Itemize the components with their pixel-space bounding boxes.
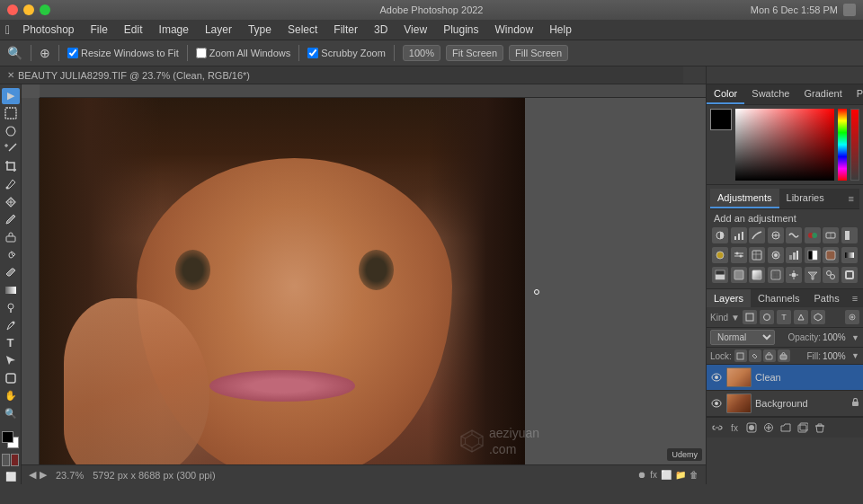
brightness-icon[interactable]	[786, 267, 802, 283]
solid-color-icon[interactable]	[731, 267, 747, 283]
scrubby-zoom-checkbox[interactable]: Scrubby Zoom	[307, 48, 386, 58]
menu-image[interactable]: Image	[152, 22, 196, 38]
lock-all-icon[interactable]	[778, 349, 790, 362]
zoom-100-button[interactable]: 100%	[403, 45, 440, 61]
menu-photoshop[interactable]: Photoshop	[15, 22, 81, 38]
fit-screen-button[interactable]: Fit Screen	[446, 45, 503, 61]
hue-slider[interactable]	[838, 109, 847, 181]
menu-file[interactable]: File	[84, 22, 115, 38]
text-tool[interactable]: T	[2, 335, 20, 351]
lock-pixels-icon[interactable]	[734, 349, 747, 362]
color-gradient-picker[interactable]	[735, 109, 834, 181]
healing-tool[interactable]	[2, 194, 20, 210]
link-layers-icon[interactable]	[710, 420, 725, 435]
gradient-tool[interactable]	[2, 282, 20, 298]
menu-type[interactable]: Type	[241, 22, 279, 38]
menu-filter[interactable]: Filter	[326, 22, 365, 38]
layer-visibility-clean[interactable]	[710, 371, 723, 384]
tab-layers[interactable]: Layers	[707, 289, 751, 307]
pixel-filter-icon[interactable]	[743, 310, 757, 324]
fill-screen-button[interactable]: Fill Screen	[509, 45, 568, 61]
add-adjustment-icon[interactable]	[761, 420, 776, 435]
canvas-image[interactable]	[40, 98, 525, 484]
tab-libraries[interactable]: Libraries	[779, 189, 832, 208]
tab-patterns[interactable]: Patterns	[850, 84, 863, 104]
menu-select[interactable]: Select	[280, 22, 325, 38]
color-saturation-brightness[interactable]	[735, 109, 834, 181]
levels-icon[interactable]	[731, 227, 747, 243]
threshold-icon[interactable]	[805, 247, 821, 263]
color-lookup-icon[interactable]	[749, 247, 765, 263]
menu-3d[interactable]: 3D	[367, 22, 395, 38]
tab-adjustments[interactable]: Adjustments	[710, 189, 779, 208]
smart-filters-icon[interactable]	[805, 267, 821, 283]
move-tool[interactable]: ▶	[2, 88, 20, 104]
curves-icon[interactable]	[749, 227, 765, 243]
clone-stamp-tool[interactable]	[2, 229, 20, 245]
window-controls[interactable]	[7, 4, 50, 15]
posterize-icon[interactable]	[786, 247, 802, 263]
tab-swatches[interactable]: Swatche	[744, 84, 796, 104]
layer-item-background[interactable]: Background	[707, 391, 863, 417]
stroke-icon[interactable]	[841, 267, 858, 283]
gradient-map-icon[interactable]	[841, 247, 858, 263]
path-select-tool[interactable]	[2, 353, 20, 369]
alpha-slider[interactable]	[850, 109, 859, 181]
tab-channels[interactable]: Channels	[751, 289, 806, 307]
lock-position-icon[interactable]	[749, 349, 761, 362]
active-color-swatch[interactable]	[710, 109, 732, 130]
close-button[interactable]	[7, 4, 18, 15]
hand-tool[interactable]: ✋	[2, 388, 20, 404]
add-mask-icon[interactable]	[744, 420, 759, 435]
maximize-button[interactable]	[40, 4, 50, 15]
lasso-tool[interactable]	[2, 123, 20, 139]
zoom-icon-out[interactable]: 🔍	[7, 46, 22, 60]
menu-edit[interactable]: Edit	[117, 22, 150, 38]
bw-icon[interactable]	[841, 227, 858, 243]
screen-mode-icon[interactable]: ⬜	[2, 468, 20, 484]
pattern-fill-icon[interactable]	[768, 267, 784, 283]
menu-view[interactable]: View	[396, 22, 434, 38]
opacity-arrow-icon[interactable]: ▼	[851, 333, 859, 342]
invert-icon[interactable]	[768, 247, 784, 263]
adj-panel-more-icon[interactable]: ≡	[843, 190, 859, 208]
menu-layer[interactable]: Layer	[198, 22, 239, 38]
tab-color[interactable]: Color	[707, 84, 744, 104]
lock-artboard-icon[interactable]	[763, 349, 776, 362]
vibrance-icon[interactable]	[786, 227, 802, 243]
brush-tool[interactable]	[2, 211, 20, 227]
exposure-icon[interactable]	[768, 227, 784, 243]
selective-color-icon[interactable]	[823, 247, 839, 263]
minimize-button[interactable]	[23, 4, 34, 15]
smart-object-filter-icon[interactable]	[811, 310, 825, 324]
fill-value[interactable]: 100%	[823, 351, 850, 361]
brightness-contrast-icon[interactable]	[712, 227, 728, 243]
resize-windows-checkbox[interactable]: Resize Windows to Fit	[67, 48, 179, 58]
menu-help[interactable]: Help	[542, 22, 579, 38]
tab-paths[interactable]: Paths	[807, 289, 847, 307]
gradient-fill-icon[interactable]	[749, 267, 765, 283]
photo-filter-icon[interactable]	[712, 247, 728, 263]
zoom-tool[interactable]: 🔍	[2, 406, 20, 422]
pen-tool[interactable]	[2, 317, 20, 333]
layer-filter-toggle[interactable]	[845, 310, 859, 324]
tab-gradient[interactable]: Gradient	[797, 84, 850, 104]
fill-arrow-icon[interactable]: ▼	[851, 351, 859, 360]
shape-tool[interactable]	[2, 370, 20, 386]
history-brush-tool[interactable]	[2, 247, 20, 263]
opacity-value[interactable]: 100%	[823, 332, 850, 342]
zoom-all-windows-checkbox[interactable]: Zoom All Windows	[196, 48, 290, 58]
crop-tool[interactable]	[2, 159, 20, 175]
color-balance-icon[interactable]	[823, 227, 839, 243]
apple-icon[interactable]: 	[5, 22, 10, 37]
shadow-highlight-icon[interactable]	[712, 267, 728, 283]
kind-dropdown-icon[interactable]: ▼	[731, 313, 740, 323]
tab-close-icon[interactable]: ✕	[7, 70, 14, 80]
new-layer-icon[interactable]	[796, 420, 810, 435]
group-layers-icon[interactable]	[778, 420, 793, 435]
dodge-tool[interactable]	[2, 300, 20, 316]
channel-mixer-icon[interactable]	[731, 247, 747, 263]
layer-item-clean[interactable]: Clean	[707, 365, 863, 391]
zoom-icon-in[interactable]: ⊕	[40, 46, 50, 60]
layers-panel-more-icon[interactable]: ≡	[847, 289, 863, 307]
